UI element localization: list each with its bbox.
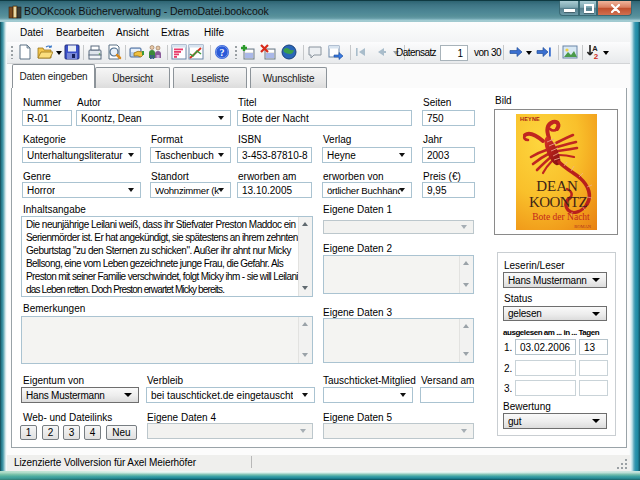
- svg-text:?: ?: [220, 47, 225, 58]
- svg-text:HEYNE: HEYNE: [520, 116, 540, 122]
- svg-text:ROMAN: ROMAN: [574, 224, 592, 229]
- svg-text:DEAN: DEAN: [536, 178, 578, 194]
- svg-text:Bote der Nacht: Bote der Nacht: [532, 212, 590, 222]
- svg-text:KOONTZ: KOONTZ: [529, 194, 587, 210]
- svg-text:2: 2: [594, 52, 599, 60]
